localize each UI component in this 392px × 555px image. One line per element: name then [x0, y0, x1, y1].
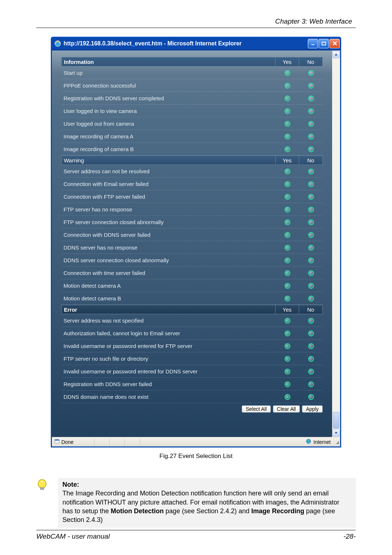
radio-no[interactable] [308, 296, 314, 301]
radio-yes[interactable] [285, 296, 290, 301]
radio-yes[interactable] [285, 245, 290, 251]
radio-no[interactable] [308, 96, 314, 101]
radio-yes[interactable] [285, 108, 290, 114]
ie-icon [54, 40, 61, 47]
select-all-button[interactable]: Select All [242, 405, 271, 413]
event-row: User logged in to view camera [61, 105, 323, 117]
radio-no[interactable] [308, 146, 314, 152]
event-row: Motion detect camera A [61, 279, 323, 292]
event-row: FTP server connection closed abnormally [61, 216, 323, 228]
screenshot: http://192.168.0.38/select_event.htm - M… [51, 37, 341, 447]
event-label: User logged in to view camera [61, 108, 275, 114]
radio-yes[interactable] [285, 181, 290, 187]
radio-yes[interactable] [285, 318, 290, 324]
radio-no[interactable] [308, 283, 314, 289]
radio-yes[interactable] [285, 207, 290, 212]
radio-no[interactable] [308, 270, 314, 276]
figure-caption: Fig.27 Event Selection List [36, 453, 356, 460]
done-icon [54, 438, 60, 445]
radio-no[interactable] [308, 219, 314, 225]
event-row: DDNS server connection closed abnormally [61, 254, 323, 267]
clear-all-button[interactable]: Clear All [273, 405, 300, 413]
content-pane: Information Yes No Start upPPPoE connect… [52, 50, 332, 437]
radio-yes[interactable] [285, 270, 290, 276]
event-label: Server address can not be resolved [61, 168, 275, 174]
event-row: Server address can not be resolved [61, 165, 323, 178]
radio-yes[interactable] [285, 121, 290, 127]
minimize-button[interactable] [308, 39, 318, 48]
radio-no[interactable] [308, 232, 314, 238]
resize-grip-icon[interactable]: ◢ [336, 439, 338, 445]
scroll-up-icon[interactable] [332, 51, 340, 58]
radio-no[interactable] [308, 121, 314, 127]
radio-no[interactable] [308, 70, 314, 76]
status-bar: Done Internet ◢ [52, 437, 340, 446]
radio-yes[interactable] [285, 169, 290, 174]
note-title: Note: [62, 481, 79, 488]
radio-yes[interactable] [285, 194, 290, 200]
radio-yes[interactable] [285, 219, 290, 225]
event-row: PPPoE connection successful [61, 79, 323, 92]
section-header-error: Error Yes No [61, 305, 323, 314]
lightbulb-icon [36, 478, 58, 528]
status-text: Done [61, 439, 73, 445]
radio-no[interactable] [308, 194, 314, 200]
radio-no[interactable] [308, 381, 314, 387]
radio-no[interactable] [308, 343, 314, 349]
radio-yes[interactable] [285, 394, 290, 400]
radio-no[interactable] [308, 181, 314, 187]
event-row: Invalid username or password entered for… [61, 340, 323, 352]
svg-point-8 [38, 479, 46, 488]
radio-no[interactable] [308, 245, 314, 251]
radio-yes[interactable] [285, 70, 290, 76]
event-row: Registration with DDNS server completed [61, 92, 323, 105]
radio-yes[interactable] [285, 283, 290, 289]
radio-yes[interactable] [285, 232, 290, 238]
radio-yes[interactable] [285, 331, 290, 336]
event-label: FTP server has no response [61, 206, 275, 212]
radio-yes[interactable] [285, 381, 290, 387]
svg-marker-3 [335, 53, 338, 56]
radio-no[interactable] [308, 394, 314, 400]
scroll-down-icon[interactable] [332, 429, 340, 437]
radio-yes[interactable] [285, 343, 290, 349]
radio-no[interactable] [308, 356, 314, 362]
radio-yes[interactable] [285, 258, 290, 263]
event-row: Registration with DDNS server failed [61, 378, 323, 390]
event-row: Connection with time server failed [61, 267, 323, 279]
radio-no[interactable] [308, 331, 314, 336]
vertical-scrollbar[interactable] [332, 50, 340, 437]
radio-no[interactable] [308, 207, 314, 212]
event-row: Authorization failed, cannot login to Em… [61, 327, 323, 340]
radio-no[interactable] [308, 369, 314, 374]
footer-left: WebCAM - user manual [36, 532, 110, 540]
radio-yes[interactable] [285, 146, 290, 152]
page-footer: WebCAM - user manual -28- [36, 530, 356, 540]
section-label: Warning [62, 157, 275, 163]
radio-no[interactable] [308, 108, 314, 114]
note-bold-2: Image Recording [251, 507, 304, 515]
svg-marker-4 [335, 432, 338, 434]
radio-yes[interactable] [285, 96, 290, 101]
col-yes: Yes [275, 57, 299, 66]
close-button[interactable]: ✕ [330, 39, 340, 48]
radio-no[interactable] [308, 134, 314, 139]
radio-yes[interactable] [285, 134, 290, 139]
radio-yes[interactable] [285, 83, 290, 89]
apply-button[interactable]: Apply [302, 405, 323, 413]
scroll-thumb[interactable] [333, 412, 339, 429]
svg-rect-2 [322, 42, 326, 45]
radio-no[interactable] [308, 83, 314, 89]
radio-yes[interactable] [285, 369, 290, 374]
maximize-button[interactable] [319, 39, 329, 48]
radio-yes[interactable] [285, 356, 290, 362]
event-row: User logged out from camera [61, 117, 323, 130]
event-label: DDNS domain name does not exist [61, 394, 275, 400]
window-title: http://192.168.0.38/select_event.htm - M… [64, 40, 242, 47]
note-bold-1: Motion Detection [111, 507, 164, 515]
radio-no[interactable] [308, 258, 314, 263]
radio-no[interactable] [308, 318, 314, 324]
radio-no[interactable] [308, 169, 314, 174]
event-row: FTP server no such file or directory [61, 352, 323, 365]
event-label: PPPoE connection successful [61, 82, 275, 89]
